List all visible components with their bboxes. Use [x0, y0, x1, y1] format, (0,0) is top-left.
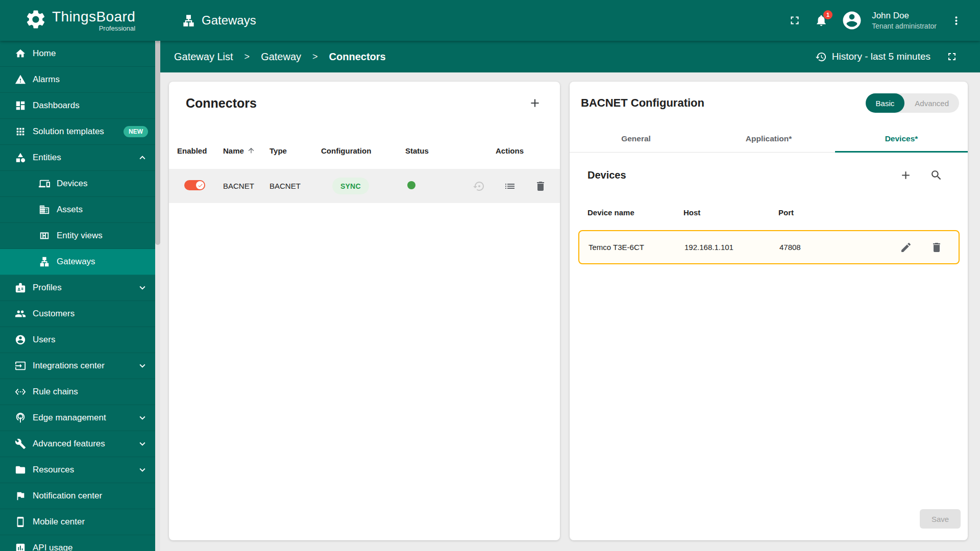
sidebar-item-advanced-features[interactable]: Advanced features	[0, 431, 155, 457]
flag-icon	[15, 490, 26, 502]
connector-actions	[468, 180, 552, 192]
sidebar-item-api-usage[interactable]: API usage	[0, 535, 155, 551]
fullscreen-icon[interactable]	[788, 14, 801, 27]
sidebar-item-label: Integrations center	[33, 361, 130, 371]
sidebar-item-notification-center[interactable]: Notification center	[0, 483, 155, 509]
sidebar-item-users[interactable]: Users	[0, 327, 155, 353]
column-status: Status	[405, 146, 468, 155]
edit-device-icon[interactable]	[900, 241, 912, 254]
plus-icon	[899, 169, 912, 182]
column-type: Type	[270, 146, 321, 155]
sidebar-scrollbar-thumb[interactable]	[155, 41, 160, 245]
thingsboard-logo[interactable]: ThingsBoard Professional	[24, 8, 135, 33]
sidebar-item-gateways[interactable]: Gateways	[0, 249, 155, 275]
kebab-menu-icon[interactable]	[950, 14, 963, 27]
sidebar-scrollbar[interactable]	[155, 41, 160, 551]
notifications-bell[interactable]: 1	[815, 14, 828, 27]
column-name[interactable]: Name	[223, 146, 270, 155]
sidebar-item-label: Gateways	[57, 257, 148, 267]
sidebar-item-label: Solution templates	[33, 127, 117, 137]
history-range-label: History - last 5 minutes	[832, 51, 930, 62]
history-range-button[interactable]: History - last 5 minutes	[815, 51, 930, 63]
sidebar-item-solution-templates[interactable]: Solution templates NEW	[0, 119, 155, 145]
devices-actions	[899, 169, 943, 182]
sidebar-item-customers[interactable]: Customers	[0, 301, 155, 327]
breadcrumb-connectors: Connectors	[329, 51, 386, 63]
advanced-mode-button[interactable]: Advanced	[904, 93, 959, 113]
rpc-icon[interactable]	[473, 180, 485, 192]
sidebar-item-assets[interactable]: Assets	[0, 197, 155, 223]
chevron-down-icon	[137, 412, 148, 423]
breadcrumb-gateway[interactable]: Gateway	[261, 51, 301, 63]
user-menu[interactable]: John Doe Tenant administrator	[872, 10, 937, 31]
sidebar-item-label: Home	[33, 48, 148, 59]
sidebar-item-mobile-center[interactable]: Mobile center	[0, 509, 155, 535]
user-role: Tenant administrator	[872, 21, 937, 31]
sidebar-item-home[interactable]: Home	[0, 41, 155, 67]
delete-device-icon[interactable]	[930, 241, 943, 254]
sidebar-item-profiles[interactable]: Profiles	[0, 275, 155, 301]
sidebar-item-resources[interactable]: Resources	[0, 457, 155, 483]
history-clock-icon	[815, 51, 827, 63]
sidebar-item-entity-views[interactable]: Entity views	[0, 223, 155, 249]
delete-connector-icon[interactable]	[534, 180, 547, 192]
sidebar-item-rule-chains[interactable]: Rule chains	[0, 379, 155, 405]
basic-mode-button[interactable]: Basic	[866, 93, 905, 113]
people-icon	[15, 308, 26, 319]
column-device-name: Device name	[587, 208, 683, 217]
sidebar-item-label: Mobile center	[33, 517, 148, 527]
user-avatar[interactable]	[841, 10, 863, 31]
config-card-header: BACNET Configuration Basic Advanced	[570, 92, 968, 114]
warning-icon	[15, 74, 26, 85]
search-icon[interactable]	[930, 169, 943, 182]
tab-devices[interactable]: Devices*	[835, 125, 968, 152]
sidebar-item-label: Devices	[57, 179, 148, 189]
sidebar-item-alarms[interactable]: Alarms	[0, 67, 155, 93]
sidebar-item-integrations-center[interactable]: Integrations center	[0, 353, 155, 379]
breadcrumb-separator: >	[312, 52, 318, 62]
add-device-button[interactable]	[899, 169, 912, 182]
connector-type: BACNET	[270, 182, 321, 190]
sidebar-item-label: Dashboards	[33, 101, 148, 111]
breadcrumb-gateway-list[interactable]: Gateway List	[174, 51, 233, 63]
connector-enabled-toggle[interactable]	[184, 180, 205, 190]
badge-icon	[15, 282, 26, 293]
sync-chip[interactable]: SYNC	[332, 178, 369, 194]
sidebar-item-dashboards[interactable]: Dashboards	[0, 93, 155, 119]
connectors-card: Connectors Enabled Name Type Configurati…	[169, 82, 560, 540]
tab-general[interactable]: General	[570, 125, 702, 152]
sidebar-item-entities[interactable]: Entities	[0, 145, 155, 171]
logs-list-icon[interactable]	[504, 180, 516, 192]
sidebar-item-edge-management[interactable]: Edge management	[0, 405, 155, 431]
sidebar-item-label: Advanced features	[33, 439, 130, 449]
sidebar-item-label: Profiles	[33, 283, 130, 293]
chevron-down-icon	[137, 438, 148, 449]
config-title: BACNET Configuration	[581, 96, 704, 110]
brand-edition: Professional	[52, 24, 135, 32]
column-port: Port	[778, 208, 968, 217]
top-actions: 1 John Doe Tenant administrator	[788, 10, 963, 31]
sidebar-item-label: Edge management	[33, 413, 130, 423]
folder-icon	[15, 464, 26, 475]
sort-ascending-icon	[247, 146, 255, 155]
mode-toggle: Basic Advanced	[866, 93, 959, 113]
sidebar-item-label: Users	[33, 335, 148, 345]
tab-application[interactable]: Application*	[702, 125, 835, 152]
smartphone-icon	[15, 516, 26, 528]
user-name: John Doe	[872, 10, 937, 21]
top-bar: ThingsBoard Professional Gateways 1	[0, 0, 980, 41]
device-port: 47808	[779, 243, 855, 252]
add-connector-button[interactable]	[528, 96, 542, 110]
building-icon	[39, 204, 50, 215]
sidebar-item-label: Alarms	[33, 74, 148, 85]
device-row[interactable]: Temco T3E-6CT 192.168.1.101 47808	[578, 230, 960, 264]
breadcrumb-bar: Gateway List > Gateway > Connectors Hist…	[160, 41, 980, 72]
input-icon	[15, 360, 26, 371]
sidebar-item-devices[interactable]: Devices	[0, 171, 155, 197]
connector-row[interactable]: BACNET BACNET SYNC	[169, 169, 560, 203]
dashboard-fullscreen-icon[interactable]	[946, 51, 958, 63]
column-configuration: Configuration	[321, 146, 405, 155]
view-quilt-icon	[39, 230, 50, 241]
home-icon	[15, 48, 26, 59]
save-button[interactable]: Save	[920, 509, 961, 529]
